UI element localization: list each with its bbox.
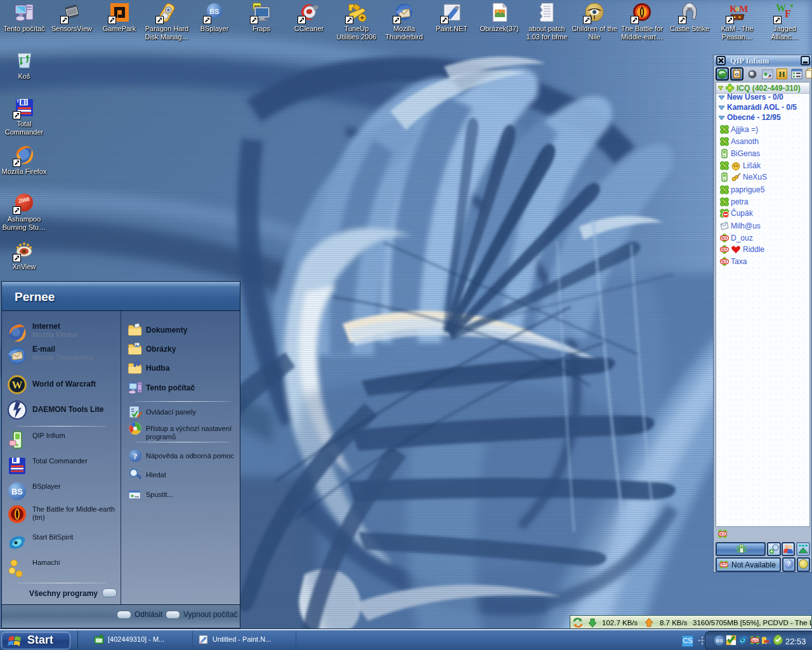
svg-text:N/A: N/A [721,562,726,566]
svg-text:N/A: N/A [719,532,725,536]
svg-text:F: F [785,8,791,19]
svg-text:W: W [12,379,23,391]
svg-text:N/A: N/A [752,639,758,642]
svg-text:G: G [735,72,738,77]
svg-text:BS: BS [11,487,23,496]
svg-text:BS: BS [209,8,219,15]
svg-text:T: T [16,99,20,103]
svg-text:?: ? [133,451,138,461]
svg-text:M: M [739,4,748,14]
